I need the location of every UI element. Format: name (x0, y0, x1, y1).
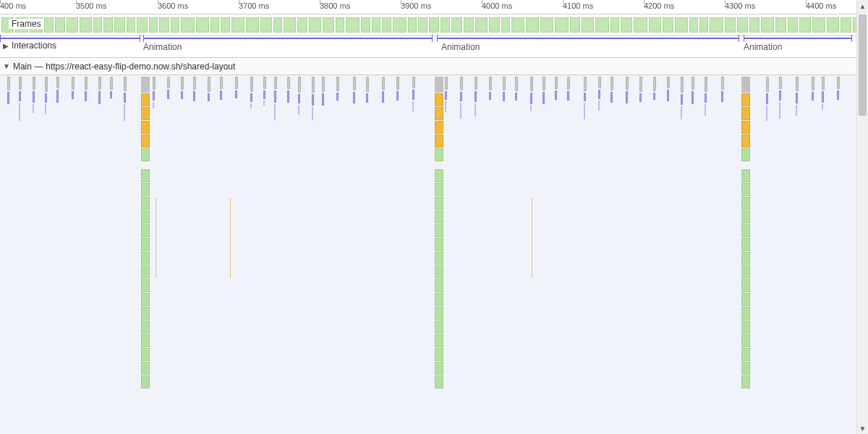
frame[interactable] (309, 17, 321, 33)
frame[interactable] (649, 17, 661, 33)
flame-task[interactable] (705, 77, 707, 116)
flame-task[interactable] (235, 77, 238, 100)
interactions-track[interactable]: ▶ Interactions AnimationAnimationAnimati… (0, 36, 868, 58)
frame[interactable] (149, 17, 158, 33)
flame-task[interactable] (220, 77, 223, 101)
flame-task[interactable] (274, 77, 277, 120)
flame-task[interactable] (167, 77, 170, 101)
flame-task[interactable] (193, 77, 196, 103)
flame-task[interactable] (503, 77, 506, 103)
flame-task[interactable] (555, 77, 558, 101)
flame-task[interactable] (396, 77, 399, 102)
flame-task[interactable] (312, 77, 315, 120)
frame[interactable] (511, 17, 524, 33)
scroll-up-icon[interactable]: ▲ (857, 0, 868, 12)
frame[interactable] (595, 17, 609, 33)
frame[interactable] (749, 17, 760, 33)
frame[interactable] (418, 17, 427, 33)
frame[interactable] (737, 17, 748, 33)
frame[interactable] (103, 17, 113, 33)
flame-task[interactable] (584, 77, 587, 119)
frame[interactable] (361, 17, 370, 33)
frame[interactable] (663, 17, 673, 33)
frame[interactable] (634, 17, 647, 33)
flame-task[interactable] (85, 77, 88, 103)
flame-task[interactable] (796, 77, 799, 116)
frame[interactable] (710, 17, 723, 33)
flame-task[interactable] (181, 77, 184, 101)
flame-task[interactable] (263, 77, 266, 106)
frame[interactable] (408, 17, 417, 33)
frame[interactable] (555, 17, 569, 33)
frame[interactable] (67, 17, 78, 33)
interaction-span[interactable] (744, 38, 852, 46)
frame[interactable] (127, 17, 135, 33)
flame-task[interactable] (460, 77, 463, 119)
flame-task[interactable] (445, 77, 448, 112)
flame-task[interactable] (667, 77, 670, 103)
flame-task[interactable] (653, 77, 656, 101)
main-track-header[interactable]: ▼ Main — https://react-easy-flip-demo.no… (0, 58, 868, 75)
flame-task[interactable] (19, 77, 22, 121)
flame-task[interactable] (475, 77, 477, 116)
frame[interactable] (489, 17, 500, 33)
flame-task[interactable] (530, 77, 533, 111)
flame-task[interactable] (721, 77, 724, 103)
flame-task[interactable] (382, 77, 385, 104)
frame[interactable] (788, 17, 798, 33)
interaction-span[interactable] (437, 38, 739, 46)
frame[interactable] (80, 17, 92, 33)
flame-task[interactable] (542, 77, 545, 106)
frame[interactable] (196, 17, 209, 33)
frame[interactable] (114, 17, 125, 33)
frame[interactable] (336, 17, 344, 33)
frame[interactable] (812, 17, 825, 33)
flame-task[interactable] (692, 77, 694, 106)
flame-task[interactable] (110, 77, 113, 100)
frame[interactable] (621, 17, 632, 33)
flame-task[interactable] (72, 77, 75, 101)
frame[interactable] (429, 17, 439, 33)
frame[interactable] (570, 17, 580, 33)
frame[interactable] (382, 17, 391, 33)
frame[interactable] (393, 17, 407, 33)
flame-task[interactable] (336, 77, 339, 102)
flame-task[interactable] (639, 77, 642, 103)
flame-task[interactable] (153, 77, 156, 109)
scroll-thumb[interactable] (859, 14, 867, 116)
frame[interactable] (159, 17, 169, 33)
frame[interactable] (464, 17, 474, 33)
frame[interactable] (246, 17, 259, 33)
flame-task[interactable] (124, 77, 127, 121)
interaction-span[interactable] (143, 38, 433, 46)
frame[interactable] (210, 17, 219, 33)
vertical-scrollbar[interactable]: ▲ ▼ (856, 0, 868, 434)
flame-task[interactable] (626, 77, 629, 105)
frame[interactable] (93, 17, 102, 33)
frame[interactable] (55, 17, 65, 33)
frame[interactable] (171, 17, 179, 33)
flame-task[interactable] (287, 77, 290, 104)
flame-task[interactable] (208, 77, 210, 103)
frame[interactable] (725, 17, 736, 33)
flame-task[interactable] (7, 77, 10, 106)
scroll-down-icon[interactable]: ▼ (857, 422, 868, 434)
frame[interactable] (451, 17, 462, 33)
flame-task[interactable] (33, 77, 35, 113)
frame[interactable] (273, 17, 282, 33)
flame-task[interactable] (837, 77, 840, 101)
interaction-span[interactable] (0, 38, 140, 46)
flame-task[interactable] (298, 77, 301, 115)
frame[interactable] (372, 17, 380, 33)
flame-task[interactable] (779, 77, 782, 119)
frame[interactable] (775, 17, 786, 33)
frame[interactable] (260, 17, 272, 33)
flame-task[interactable] (56, 77, 59, 104)
collapse-icon[interactable]: ▼ (3, 62, 10, 70)
frame[interactable] (699, 17, 708, 33)
frame[interactable] (610, 17, 619, 33)
frame[interactable] (540, 17, 553, 33)
frame[interactable] (441, 17, 450, 33)
flame-task[interactable] (412, 77, 415, 111)
frame[interactable] (284, 17, 296, 33)
